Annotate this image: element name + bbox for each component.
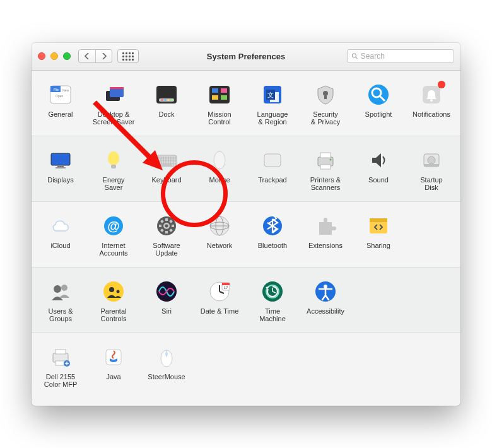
svg-rect-82 — [175, 161, 176, 162]
search-field[interactable] — [347, 49, 454, 63]
svg-point-13 — [165, 99, 167, 101]
svg-rect-39 — [158, 156, 159, 158]
mouse-prefpane[interactable]: Mouse — [193, 145, 246, 195]
general-prefpane[interactable]: File New Open General — [34, 80, 87, 129]
svg-rect-68 — [170, 160, 171, 161]
svg-rect-53 — [163, 158, 164, 159]
svg-point-12 — [161, 99, 163, 101]
icloud-prefpane[interactable]: iCloud — [34, 211, 87, 261]
software-icon — [154, 213, 179, 239]
mission-label: Mission Control — [208, 110, 231, 127]
startup-prefpane[interactable]: Startup Disk — [405, 145, 458, 195]
svg-rect-63 — [161, 160, 162, 161]
svg-rect-88 — [167, 163, 168, 164]
svg-rect-85 — [161, 163, 162, 164]
svg-text:17: 17 — [224, 286, 228, 290]
svg-rect-58 — [172, 158, 173, 159]
printers-label: Printers & Scanners — [310, 176, 341, 192]
language-prefpane[interactable]: 文 Language & Region — [246, 80, 299, 129]
language-icon: 文 — [260, 82, 285, 107]
svg-rect-54 — [165, 158, 166, 159]
grid-icon — [122, 52, 134, 61]
svg-text:文: 文 — [267, 91, 274, 98]
spotlight-label: Spotlight — [365, 110, 392, 127]
timemachine-prefpane[interactable]: Time Machine — [246, 276, 299, 326]
svg-rect-86 — [163, 163, 164, 164]
dock-prefpane[interactable]: Dock — [140, 80, 193, 129]
svg-rect-17 — [212, 88, 218, 93]
svg-rect-32 — [51, 153, 70, 165]
steermouse-prefpane[interactable]: SteerMouse — [140, 342, 193, 392]
security-prefpane[interactable]: Security & Privacy — [299, 80, 352, 129]
dell-prefpane[interactable]: Dell 2155 Color MFP — [34, 342, 87, 392]
displays-icon — [48, 148, 73, 173]
network-icon — [207, 213, 232, 239]
pref-row: Dell 2155 Color MFP Java SteerMouse — [32, 333, 460, 406]
svg-point-36 — [108, 151, 119, 165]
accessibility-icon — [313, 279, 338, 304]
network-prefpane[interactable]: Network — [193, 211, 246, 261]
desktop-prefpane[interactable]: Desktop & Screen Saver — [87, 80, 140, 129]
svg-rect-57 — [170, 158, 171, 159]
search-input[interactable] — [361, 52, 450, 61]
svg-rect-62 — [160, 160, 161, 161]
svg-rect-81 — [173, 161, 174, 162]
svg-rect-76 — [165, 161, 166, 162]
svg-rect-48 — [173, 156, 174, 158]
mission-prefpane[interactable]: Mission Control — [193, 80, 246, 129]
parental-prefpane[interactable]: Parental Controls — [87, 276, 140, 326]
accessibility-prefpane[interactable]: Accessibility — [299, 276, 352, 326]
show-all-button[interactable] — [117, 49, 139, 63]
users-prefpane[interactable]: Users & Groups — [34, 276, 87, 326]
svg-text:New: New — [62, 88, 69, 92]
svg-rect-94 — [158, 164, 159, 165]
java-prefpane[interactable]: Java — [87, 342, 140, 392]
trackpad-icon — [260, 148, 285, 173]
svg-rect-119 — [172, 225, 174, 227]
notifications-prefpane[interactable]: Notifications — [405, 80, 458, 129]
svg-rect-89 — [168, 163, 169, 164]
close-button[interactable] — [38, 52, 45, 60]
energy-prefpane[interactable]: Energy Saver — [87, 145, 140, 195]
svg-rect-110 — [320, 165, 331, 169]
svg-point-15 — [171, 99, 173, 101]
svg-rect-55 — [167, 158, 168, 159]
sound-prefpane[interactable]: Sound — [352, 145, 405, 195]
svg-rect-18 — [221, 88, 227, 93]
sharing-prefpane[interactable]: Sharing — [352, 211, 405, 261]
svg-point-106 — [214, 151, 225, 169]
spotlight-prefpane[interactable]: Spotlight — [352, 80, 405, 129]
java-label: Java — [106, 373, 120, 389]
svg-rect-84 — [160, 163, 161, 164]
keyboard-prefpane[interactable]: Keyboard — [140, 145, 193, 195]
svg-point-27 — [368, 85, 389, 105]
software-prefpane[interactable]: Software Update — [140, 211, 193, 261]
svg-rect-61 — [158, 160, 159, 161]
svg-rect-35 — [56, 167, 66, 168]
internet-prefpane[interactable]: @ Internet Accounts — [87, 211, 140, 261]
back-button[interactable] — [79, 50, 95, 62]
displays-prefpane[interactable]: Displays — [34, 145, 87, 195]
minimize-button[interactable] — [50, 52, 58, 60]
svg-rect-87 — [165, 163, 166, 164]
svg-rect-158 — [106, 350, 121, 365]
extensions-prefpane[interactable]: Extensions — [299, 211, 352, 261]
svg-rect-69 — [172, 160, 173, 161]
datetime-label: Date & Time — [201, 307, 239, 324]
svg-point-136 — [61, 285, 67, 291]
zoom-button[interactable] — [63, 52, 71, 60]
displays-label: Displays — [47, 176, 74, 192]
trackpad-prefpane[interactable]: Trackpad — [246, 145, 299, 195]
parental-label: Parental Controls — [101, 307, 127, 324]
bluetooth-prefpane[interactable]: Bluetooth — [246, 211, 299, 261]
svg-rect-90 — [170, 163, 171, 164]
siri-prefpane[interactable]: Siri — [140, 276, 193, 326]
datetime-prefpane[interactable]: 17 Date & Time — [193, 276, 246, 326]
printers-prefpane[interactable]: Printers & Scanners — [299, 145, 352, 195]
siri-label: Siri — [161, 307, 172, 324]
svg-point-113 — [428, 156, 435, 164]
dock-icon — [154, 82, 179, 107]
svg-rect-103 — [173, 164, 174, 165]
svg-rect-41 — [161, 156, 162, 158]
forward-button[interactable] — [95, 50, 112, 62]
